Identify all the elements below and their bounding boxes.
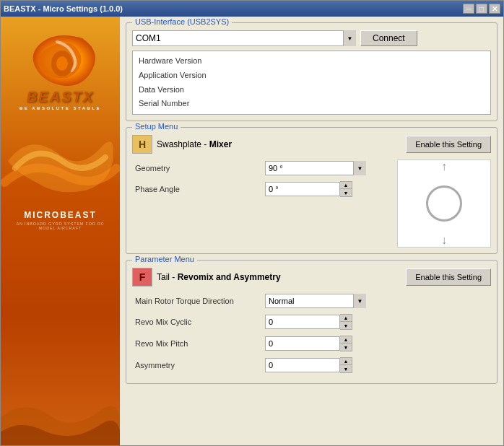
setup-menu-row: H Swashplate - Mixer Enable this Setting (132, 135, 491, 154)
window-body: BEASTX BE ABSOLUTE STABLE MICROBEAST AN … (1, 17, 503, 445)
close-button[interactable]: ✕ (489, 4, 500, 14)
usb-info-area: Hardware Version Application Version Dat… (132, 51, 491, 115)
setup-menu-title: Swashplate - Mixer (157, 139, 406, 149)
setup-letter-box: H (132, 135, 152, 154)
revo-cyclic-control: ▲ ▼ (265, 314, 352, 330)
phase-angle-spinner: ▲ ▼ (340, 181, 352, 197)
revo-pitch-label: Revo Mix Pitch (135, 339, 265, 348)
revo-pitch-control: ▲ ▼ (265, 336, 352, 351)
torque-direction-label: Main Rotor Torque Direction (135, 297, 265, 305)
param-menu-group: Parameter Menu F Tail - Revomix and Asym… (126, 260, 498, 384)
geometry-control: 90 ° 120 ° 140 ° ▼ (265, 161, 366, 175)
servo-arrow-down: ↓ (441, 234, 447, 247)
sidebar: BEASTX BE ABSOLUTE STABLE MICROBEAST AN … (1, 17, 120, 445)
usb-group: USB-Interface (USB2SYS) COM1 COM2 COM3 ▼… (126, 22, 498, 121)
svg-point-1 (56, 56, 68, 71)
torque-direction-select[interactable]: Normal Reversed (265, 294, 366, 308)
application-version-line: Application Version (139, 69, 485, 83)
main-window: BEASTX - Micro Settings (1.0.0) ─ □ ✕ (0, 0, 504, 446)
param-menu-label: Parameter Menu (132, 255, 197, 263)
phase-angle-row: Phase Angle ▲ ▼ (132, 180, 391, 198)
param-title-bold: Revomix and Asymmetry (178, 272, 281, 282)
setup-menu-label: Setup Menu (132, 122, 181, 131)
param-menu-title: Tail - Revomix and Asymmetry (157, 272, 406, 282)
asymmetry-label: Asymmetry (135, 361, 265, 370)
setup-left: Geometry 90 ° 120 ° 140 ° ▼ (132, 159, 391, 248)
revo-pitch-spinner: ▲ ▼ (340, 336, 352, 351)
revo-cyclic-row: Revo Mix Cyclic ▲ ▼ (132, 312, 491, 331)
setup-menu-group: Setup Menu H Swashplate - Mixer Enable t… (126, 127, 498, 254)
hardware-version-line: Hardware Version (139, 54, 485, 69)
torque-direction-control: Normal Reversed ▼ (265, 294, 366, 308)
com-select-wrapper: COM1 COM2 COM3 ▼ (132, 30, 356, 46)
param-letter-box: F (132, 268, 152, 287)
com-select[interactable]: COM1 COM2 COM3 (132, 30, 356, 46)
asymmetry-up[interactable]: ▲ (340, 358, 352, 365)
sidebar-swirls-mid (1, 118, 120, 204)
sidebar-subtext: AN INBOARD GYRO SYSTEM FOR RC MODEL AIRC… (14, 222, 108, 230)
param-menu-row: F Tail - Revomix and Asymmetry Enable th… (132, 268, 491, 287)
asymmetry-control: ▲ ▼ (265, 357, 352, 373)
connect-button[interactable]: Connect (360, 30, 417, 46)
param-enable-button[interactable]: Enable this Setting (406, 268, 491, 286)
title-bar: BEASTX - Micro Settings (1.0.0) ─ □ ✕ (1, 1, 503, 17)
maximize-button[interactable]: □ (476, 4, 487, 14)
geometry-label: Geometry (135, 164, 265, 172)
asymmetry-row: Asymmetry ▲ ▼ (132, 356, 491, 375)
sidebar-tagline: BE ABSOLUTE STABLE (19, 106, 101, 110)
torque-direction-row: Main Rotor Torque Direction Normal Rever… (132, 292, 491, 310)
data-version-line: Data Version (139, 83, 485, 97)
title-bar-buttons: ─ □ ✕ (463, 4, 500, 14)
geometry-row: Geometry 90 ° 120 ° 140 ° ▼ (132, 159, 391, 177)
revo-cyclic-up[interactable]: ▲ (340, 315, 352, 322)
serial-number-line: Serial Number (139, 97, 485, 111)
servo-arrow-up: ↑ (441, 160, 447, 173)
revo-pitch-input[interactable] (265, 336, 340, 351)
phase-angle-up[interactable]: ▲ (340, 182, 352, 189)
microbeast-label: MICROBEAST (14, 210, 108, 220)
param-title-prefix: Tail - (157, 272, 178, 282)
torque-select-wrapper: Normal Reversed ▼ (265, 294, 366, 308)
setup-title-prefix: Swashplate - (157, 139, 209, 149)
revo-pitch-up[interactable]: ▲ (340, 336, 352, 344)
window-title: BEASTX - Micro Settings (1.0.0) (4, 4, 123, 13)
minimize-button[interactable]: ─ (463, 4, 474, 14)
revo-cyclic-label: Revo Mix Cyclic (135, 318, 265, 326)
usb-row: COM1 COM2 COM3 ▼ Connect (132, 30, 491, 46)
setup-inner: Geometry 90 ° 120 ° 140 ° ▼ (132, 159, 491, 248)
geometry-select-wrapper: 90 ° 120 ° 140 ° ▼ (265, 161, 366, 175)
servo-visual-container: ↑ ↓ (397, 159, 491, 248)
phase-angle-control: ▲ ▼ (265, 181, 352, 197)
geometry-select[interactable]: 90 ° 120 ° 140 ° (265, 161, 366, 175)
setup-enable-button[interactable]: Enable this Setting (406, 136, 491, 153)
main-content: USB-Interface (USB2SYS) COM1 COM2 COM3 ▼… (120, 17, 503, 445)
asymmetry-down[interactable]: ▼ (340, 365, 352, 372)
setup-title-bold: Mixer (209, 139, 232, 149)
revo-pitch-row: Revo Mix Pitch ▲ ▼ (132, 334, 491, 353)
asymmetry-input[interactable] (265, 358, 340, 372)
servo-visual: ↑ ↓ (426, 160, 462, 247)
revo-cyclic-spinner: ▲ ▼ (340, 314, 352, 330)
logo-svg (17, 31, 104, 96)
usb-group-label: USB-Interface (USB2SYS) (132, 17, 232, 26)
phase-angle-label: Phase Angle (135, 185, 265, 193)
phase-angle-input[interactable] (265, 182, 340, 196)
revo-pitch-down[interactable]: ▼ (340, 344, 352, 351)
servo-circle (426, 185, 462, 222)
asymmetry-spinner: ▲ ▼ (340, 357, 352, 373)
revo-cyclic-down[interactable]: ▼ (340, 322, 352, 329)
sidebar-swirls-bottom (1, 351, 120, 445)
beastx-logo-text: BEASTX (19, 89, 101, 105)
phase-angle-down[interactable]: ▼ (340, 189, 352, 196)
revo-cyclic-input[interactable] (265, 315, 340, 329)
